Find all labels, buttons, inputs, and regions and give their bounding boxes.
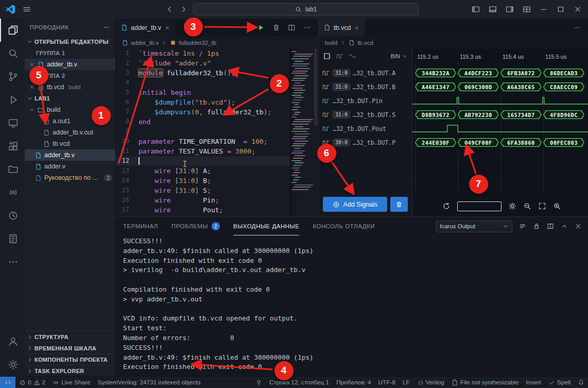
code-line-8[interactable]: 8end xyxy=(116,117,290,127)
activity-settings[interactable] xyxy=(0,353,25,376)
more-actions-icon[interactable] xyxy=(303,24,311,31)
encoding-status[interactable]: UTF-8 xyxy=(375,377,399,388)
code-line-15[interactable]: 15 wire [31:0] S; xyxy=(116,185,290,195)
open-editor-item-adder-tb-v[interactable]: adder_tb.v xyxy=(25,59,115,70)
eol-status[interactable]: LF xyxy=(399,377,413,388)
sidebar-section-item[interactable]: СТРУКТУРА xyxy=(25,331,115,342)
zoom-fit-icon[interactable] xyxy=(538,202,546,210)
sidebar-section-item[interactable]: ВРЕМЕННАЯ ШКАЛА xyxy=(25,342,115,353)
select-box-icon[interactable] xyxy=(323,52,331,60)
folder-root-header[interactable]: LAB1 xyxy=(25,93,115,104)
activity-project-manager[interactable] xyxy=(0,158,25,181)
minimize-icon[interactable] xyxy=(540,5,548,13)
sine-icon[interactable] xyxy=(349,53,356,60)
remote-indicator[interactable] xyxy=(0,377,15,388)
add-signals-button[interactable]: Add Signals xyxy=(323,197,387,212)
tree-item-adder-tb-v-out[interactable]: adder_tb.v.out xyxy=(25,127,115,138)
time-input[interactable] xyxy=(457,201,501,211)
zoom-in-icon[interactable] xyxy=(553,202,561,210)
sidebar-more-icon[interactable] xyxy=(103,24,110,31)
open-editors-header[interactable]: ОТКРЫТЫЕ РЕДАКТОРЫ xyxy=(25,36,115,47)
synthesizable-status[interactable]: File not synthesizable xyxy=(448,377,522,388)
code-line-10[interactable]: 10parameter TIME_OPERATION = 100; xyxy=(116,137,290,146)
signal-item-32-tb-dut-s[interactable]: 31:0…32_tb.DUT.S xyxy=(319,108,412,122)
command-search-box[interactable]: lab1 xyxy=(193,3,419,15)
code-line-4[interactable]: 4 xyxy=(116,78,290,88)
pin-status[interactable] xyxy=(252,377,266,388)
editor-scrollbar[interactable] xyxy=(313,48,318,216)
delete-signals-button[interactable] xyxy=(390,197,408,212)
panel-tab-1[interactable]: ТЕРМИНАЛ xyxy=(123,217,158,235)
activity-notebook[interactable] xyxy=(0,227,25,250)
signal-item-32-tb-dut-b[interactable]: 31:0…32_tb.DUT.B xyxy=(319,80,412,94)
output-channel-select[interactable]: Icarus Output xyxy=(436,221,512,232)
activity-extensions[interactable] xyxy=(0,134,25,158)
activity-live-share[interactable] xyxy=(0,181,25,204)
cursor-position[interactable]: Строка 12, столбец 1 xyxy=(266,377,333,388)
close-icon[interactable] xyxy=(29,84,35,90)
refresh-icon[interactable] xyxy=(442,202,451,210)
open-in-editor-icon[interactable] xyxy=(547,223,554,230)
problems-status[interactable]: 0 2 xyxy=(15,377,49,388)
notifications-status[interactable] xyxy=(574,377,588,388)
language-status[interactable]: {} Verilog xyxy=(413,377,448,388)
activity-source-control[interactable] xyxy=(0,65,25,88)
tree-item-item[interactable]: Руководство по ...2 xyxy=(25,172,115,183)
more-actions-icon[interactable] xyxy=(573,24,581,31)
format-select[interactable]: BIN xyxy=(391,53,408,59)
waveform-panel[interactable]: 115.2 us115.3 us115.4 us115.5 us 344B232… xyxy=(412,48,588,216)
live-share-status[interactable]: Live Share xyxy=(49,377,94,388)
indentation-status[interactable]: Пробелов: 4 xyxy=(333,377,374,388)
zoom-out-icon[interactable] xyxy=(523,202,531,210)
code-editor[interactable]: 1`timescale 1ns / 1ps2`include "adder.v"… xyxy=(116,48,290,216)
signal-item-32-tb-dut-p[interactable]: 30:0…32_tb.DUT.P xyxy=(319,136,412,149)
toggle-panel-icon[interactable] xyxy=(489,5,497,13)
signal-item-32-tb-dut-a[interactable]: 31:0…32_tb.DUT.A xyxy=(319,66,412,80)
menu-icon[interactable] xyxy=(23,5,31,13)
clear-icon[interactable] xyxy=(272,24,280,31)
toggle-secondary-sidebar-icon[interactable] xyxy=(506,5,514,13)
activity-run-debug[interactable] xyxy=(0,88,25,111)
close-icon[interactable] xyxy=(29,61,35,68)
code-line-12[interactable]: 12 xyxy=(116,156,290,166)
code-line-11[interactable]: 11parameter TEST_VALUES = 3000; xyxy=(116,146,290,156)
close-window-icon[interactable] xyxy=(574,5,582,13)
activity-remote-explorer[interactable] xyxy=(0,111,25,134)
tree-item-a-out1[interactable]: a.out1 xyxy=(25,115,115,127)
code-line-1[interactable]: 1`timescale 1ns / 1ps xyxy=(116,48,290,58)
code-line-9[interactable]: 9 xyxy=(116,127,290,137)
nav-forward-icon[interactable] xyxy=(179,5,187,13)
tree-item-adder-tb-v[interactable]: adder_tb.v xyxy=(25,149,115,161)
panel-tab-4[interactable]: КОНСОЛЬ ОТЛАДКИ xyxy=(313,217,375,235)
breadcrumb[interactable]: adder_tb.v fulladder32_tb xyxy=(116,37,318,48)
customize-layout-icon[interactable] xyxy=(523,5,531,13)
panel-tab-2[interactable]: ПРОБЛЕМЫ2 xyxy=(171,217,220,235)
code-line-17[interactable]: 17 wire Pout; xyxy=(116,205,290,215)
code-line-3[interactable]: 3module fulladder32_tb(); xyxy=(116,68,290,78)
close-panel-icon[interactable] xyxy=(575,223,582,230)
toggle-sidebar-icon[interactable] xyxy=(472,5,480,13)
maximize-panel-icon[interactable] xyxy=(561,223,568,230)
settings-icon[interactable] xyxy=(508,202,516,210)
activity-explorer[interactable] xyxy=(0,19,25,42)
panel-tab-3[interactable]: ВЫХОДНЫЕ ДАННЫЕ xyxy=(233,217,299,235)
minimap[interactable] xyxy=(290,48,313,216)
tab-tb-vcd[interactable]: tb.vcd xyxy=(319,19,366,37)
run-button[interactable] xyxy=(257,24,265,31)
code-line-5[interactable]: 5initial begin xyxy=(116,88,290,97)
maximize-icon[interactable] xyxy=(557,5,565,13)
output-content[interactable]: SUCCESS!!!adder_tb.v:49: $finish called … xyxy=(116,235,588,370)
code-line-7[interactable]: 7 $dumpvars(0, fulladder32_tb); xyxy=(116,107,290,117)
tree-item-tb-vcd[interactable]: tb.vcd xyxy=(25,138,115,149)
close-tab-icon[interactable] xyxy=(164,25,170,31)
sidebar-section-task-explorer[interactable]: TASK EXPLORER xyxy=(25,365,115,376)
code-line-16[interactable]: 16 wire Pin; xyxy=(116,195,290,205)
insert-mode-status[interactable]: Insert xyxy=(522,377,545,388)
code-line-6[interactable]: 6 $dumpfile("tb.vcd"); xyxy=(116,97,290,107)
sidebar-section-item[interactable]: КОМПОНЕНТЫ ПРОЕКТА xyxy=(25,353,115,365)
code-line-14[interactable]: 14 wire [31:0] B; xyxy=(116,176,290,185)
activity-timeline[interactable] xyxy=(0,204,25,227)
breadcrumb[interactable]: build tb.vcd xyxy=(319,37,588,48)
activity-account[interactable] xyxy=(0,330,25,353)
activity-more[interactable] xyxy=(0,250,25,274)
